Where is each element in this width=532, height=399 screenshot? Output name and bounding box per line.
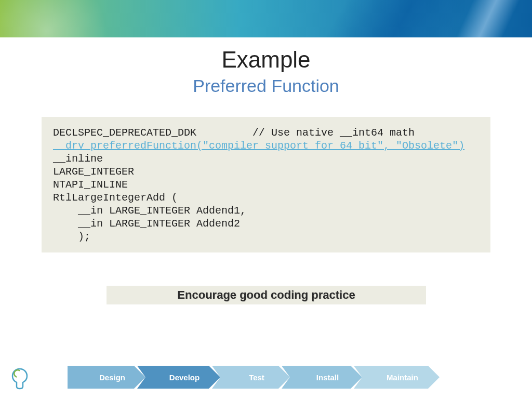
code-line: RtlLargeIntegerAdd (	[53, 192, 178, 204]
process-arrows: DesignDevelopTestInstallMaintain	[68, 366, 440, 389]
process-step-test: Test	[212, 366, 290, 389]
slide-subtitle: Preferred Function	[0, 76, 532, 96]
code-line: );	[53, 231, 90, 243]
code-line: __in LARGE_INTEGER Addend2	[53, 218, 240, 230]
process-step-design: Design	[68, 366, 145, 389]
slide-title: Example	[0, 47, 532, 73]
process-step-label: Test	[249, 373, 264, 382]
code-line: LARGE_INTEGER	[53, 166, 134, 178]
process-step-label: Maintain	[387, 373, 418, 382]
code-line: __inline	[53, 153, 103, 165]
code-line: NTAPI_INLINE	[53, 179, 128, 191]
code-line: __in LARGE_INTEGER Addend1,	[53, 205, 246, 217]
slide: Example Preferred Function DECLSPEC_DEPR…	[0, 0, 532, 399]
process-step-label: Install	[316, 373, 339, 382]
process-step-label: Develop	[169, 373, 200, 382]
process-step-label: Design	[99, 373, 125, 382]
process-step-maintain: Maintain	[354, 366, 440, 389]
process-step-install: Install	[282, 366, 362, 389]
code-line: DECLSPEC_DEPRECATED_DDK // Use native __…	[53, 127, 415, 139]
process-step-develop: Develop	[137, 366, 220, 389]
slide-footer: DesignDevelopTestInstallMaintain	[0, 361, 532, 392]
tagline-box: Encourage good coding practice	[107, 286, 426, 304]
tagline-text: Encourage good coding practice	[177, 288, 355, 302]
code-block: DECLSPEC_DEPRECATED_DDK // Use native __…	[42, 117, 490, 252]
code-line-highlight: __drv_preferredFunction("compiler suppor…	[53, 140, 464, 152]
decorative-banner	[0, 0, 532, 37]
logo-icon	[9, 367, 30, 391]
